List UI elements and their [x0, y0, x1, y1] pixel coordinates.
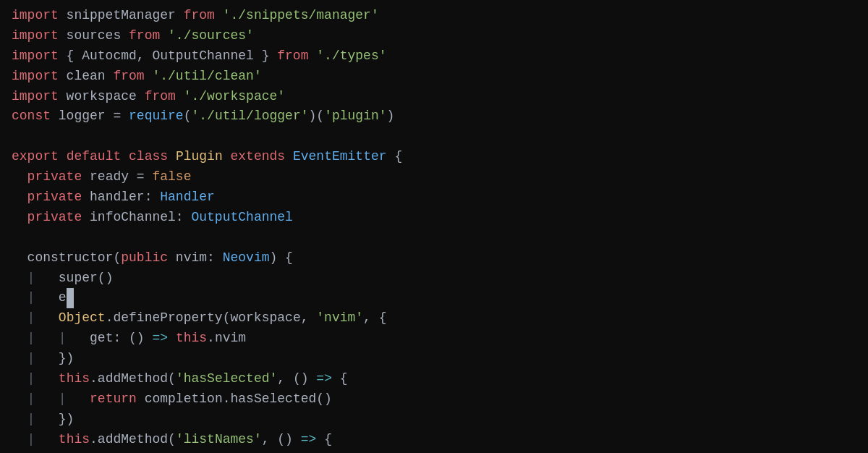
- code-line: [0, 127, 868, 147]
- token: import: [12, 6, 59, 26]
- code-line: | this.addMethod('hasSelected', () => {: [0, 369, 868, 389]
- code-line: const logger = require('./util/logger')(…: [0, 106, 868, 127]
- token: [43, 430, 59, 450]
- token: this: [176, 329, 207, 349]
- code-line: private infoChannel: OutputChannel: [0, 208, 868, 228]
- code-line: import snippetManager from './snippets/m…: [0, 6, 868, 26]
- token: snippetManager: [59, 6, 184, 26]
- token: './util/clean': [152, 67, 261, 87]
- token: this: [59, 369, 90, 389]
- token: .addMethod(: [90, 369, 176, 389]
- token: [176, 87, 184, 107]
- token: 'hasSelected': [176, 369, 277, 389]
- code-line: import { Autocmd, OutputChannel } from '…: [0, 46, 868, 67]
- token: }): [43, 349, 74, 369]
- token: {: [387, 147, 403, 167]
- token: )(: [309, 106, 325, 127]
- token: import: [12, 87, 59, 107]
- code-line: import workspace from './workspace': [0, 87, 868, 107]
- code-line: private ready = false: [0, 167, 868, 187]
- token: from: [184, 6, 215, 26]
- token: [160, 26, 168, 46]
- token: OutputChannel: [191, 208, 292, 228]
- code-editor: import snippetManager from './snippets/m…: [0, 0, 868, 453]
- token: |: [12, 329, 43, 349]
- token: private: [27, 208, 82, 228]
- token: }): [43, 410, 74, 430]
- token: [168, 147, 176, 167]
- token: { Autocmd, OutputChannel }: [59, 46, 277, 67]
- token: , (): [277, 369, 316, 389]
- token: ) {: [269, 248, 292, 268]
- token: default: [67, 147, 122, 167]
- code-line: import sources from './sources': [0, 26, 868, 46]
- token: [308, 46, 316, 67]
- token: [145, 67, 153, 87]
- token: ): [387, 106, 395, 127]
- code-line: | e: [0, 288, 868, 308]
- token: './sources': [168, 26, 254, 46]
- token: Neovim: [223, 248, 270, 268]
- token: require: [129, 106, 184, 127]
- token: ready: [90, 167, 129, 187]
- token: import: [12, 46, 59, 67]
- token: =: [129, 167, 152, 187]
- token: 'plugin': [324, 106, 386, 127]
- token: =>: [301, 430, 317, 450]
- token: export: [12, 147, 59, 167]
- token: './workspace': [184, 87, 285, 107]
- token: [168, 329, 176, 349]
- token: |: [12, 389, 43, 410]
- token: './snippets/manager': [223, 6, 379, 26]
- token: |: [43, 329, 74, 349]
- token: this: [59, 430, 90, 450]
- token: [43, 369, 59, 389]
- token: get: (): [74, 329, 152, 349]
- token: .nvim: [207, 329, 246, 349]
- token: (: [184, 106, 192, 127]
- code-line: | | get: () => this.nvim: [0, 329, 868, 349]
- token: './util/logger': [191, 106, 308, 127]
- token: import: [12, 67, 59, 87]
- token: super(): [43, 268, 113, 289]
- token: |: [12, 430, 43, 450]
- token: constructor(: [12, 248, 121, 268]
- token: from: [113, 67, 144, 87]
- token: |: [12, 268, 43, 289]
- token: clean: [59, 67, 114, 87]
- token: sources: [59, 26, 129, 46]
- token: completion.hasSelected(): [137, 389, 332, 410]
- token: [223, 147, 231, 167]
- code-line: private handler: Handler: [0, 187, 868, 208]
- token: class: [129, 147, 168, 167]
- token: .defineProperty(workspace,: [106, 308, 317, 329]
- token: [59, 147, 67, 167]
- token: from: [129, 26, 160, 46]
- token: =>: [152, 329, 168, 349]
- token: {: [316, 430, 332, 450]
- token: |: [12, 369, 43, 389]
- code-line: | Object.defineProperty(workspace, 'nvim…: [0, 308, 868, 329]
- code-line: | this.addMethod('listNames', () => {: [0, 430, 868, 450]
- token: nvim:: [168, 248, 223, 268]
- token: .addMethod(: [90, 430, 176, 450]
- token: e: [43, 288, 66, 308]
- token: infoChannel:: [82, 208, 191, 228]
- token: , (): [262, 430, 301, 450]
- token: 'nvim': [316, 308, 363, 329]
- token: , {: [363, 308, 386, 329]
- token: |: [12, 410, 43, 430]
- token: [12, 187, 27, 208]
- token: Plugin: [176, 147, 223, 167]
- token: [12, 167, 27, 187]
- token: [74, 389, 90, 410]
- token: workspace: [59, 87, 145, 107]
- token: [12, 208, 27, 228]
- token: private: [27, 167, 82, 187]
- token: from: [145, 87, 176, 107]
- code-line: import clean from './util/clean': [0, 67, 868, 87]
- token: EventEmitter: [293, 147, 387, 167]
- code-line: constructor(public nvim: Neovim) {: [0, 248, 868, 268]
- token: 'listNames': [176, 430, 262, 450]
- token: false: [152, 167, 191, 187]
